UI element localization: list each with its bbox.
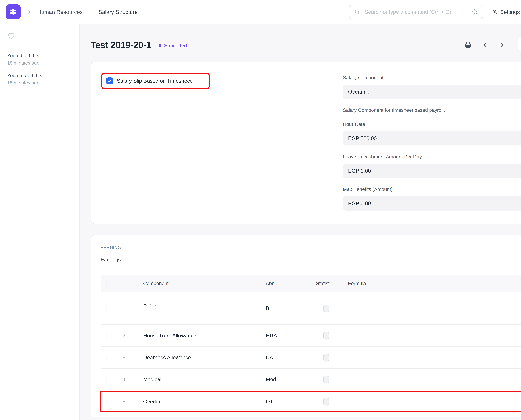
status-badge: Submitted bbox=[159, 43, 187, 48]
favorite-heart-icon[interactable] bbox=[7, 32, 15, 40]
hr-app-icon[interactable] bbox=[6, 4, 21, 20]
settings-label: Settings bbox=[500, 9, 520, 15]
activity-log: You edited this 18 minutes ago You creat… bbox=[7, 53, 79, 85]
page-title: Test 2019-20-1 bbox=[91, 40, 151, 50]
formula-column-header: Formula bbox=[342, 280, 454, 286]
table-row: 2 House Rent Allowance HRA EGP 3,000.00 bbox=[101, 324, 521, 346]
earning-card: EARNING Earnings Component Abbr Statist.… bbox=[91, 235, 521, 417]
timesheet-checkbox[interactable] bbox=[106, 77, 113, 84]
print-button[interactable] bbox=[464, 41, 472, 49]
row-checkbox[interactable] bbox=[107, 354, 107, 361]
activity-time: 18 minutes ago bbox=[7, 60, 79, 66]
search-icon bbox=[354, 9, 360, 15]
abbr-cell: Med bbox=[260, 376, 310, 382]
chevron-left-icon bbox=[482, 42, 488, 48]
settings-menu[interactable]: Settings bbox=[492, 9, 521, 15]
salary-details-card: Salary Slip Based on Timesheet Salary Co… bbox=[91, 62, 521, 224]
max-benefits-value: EGP 0.00 bbox=[348, 200, 371, 206]
checkmark-icon bbox=[107, 79, 112, 83]
row-number: 1 bbox=[117, 305, 138, 311]
abbr-cell: HRA bbox=[260, 332, 310, 339]
nav-actions: Settings Help bbox=[349, 5, 521, 19]
statistical-column-header: Statist... bbox=[310, 280, 342, 286]
row-checkbox[interactable] bbox=[107, 398, 107, 405]
timesheet-checkbox-label[interactable]: Salary Slip Based on Timesheet bbox=[117, 78, 192, 84]
earnings-table-header: Component Abbr Statist... Formula Amount bbox=[101, 275, 521, 292]
statistical-checkbox[interactable] bbox=[323, 354, 329, 361]
component-cell[interactable]: Overtime bbox=[138, 398, 260, 405]
breadcrumb: Human Resources Salary Structure bbox=[27, 9, 138, 15]
main-content: Test 2019-20-1 Submitted Menu bbox=[80, 24, 521, 420]
abbr-column-header: Abbr bbox=[260, 280, 310, 286]
salary-component-value: Overtime bbox=[348, 89, 369, 95]
activity-title: You created this bbox=[7, 73, 79, 78]
page-actions: Menu Cancel bbox=[464, 38, 521, 52]
component-cell[interactable]: Basic bbox=[138, 292, 260, 308]
prev-record-button[interactable] bbox=[482, 42, 488, 48]
hour-rate-label: Hour Rate bbox=[343, 121, 521, 127]
table-row: 3 Dearness Allowance DA EGP 3,000.00 bbox=[101, 346, 521, 368]
search-icon bbox=[471, 8, 478, 15]
select-all-checkbox[interactable] bbox=[107, 280, 107, 286]
leave-encashment-value: EGP 0.00 bbox=[348, 168, 371, 174]
people-icon bbox=[9, 8, 18, 16]
row-checkbox[interactable] bbox=[107, 332, 107, 339]
page-body: You edited this 18 minutes ago You creat… bbox=[0, 24, 521, 420]
activity-time: 18 minutes ago bbox=[7, 80, 79, 86]
amount-column-header: Amount bbox=[454, 280, 521, 286]
global-search[interactable] bbox=[349, 5, 483, 19]
statistical-checkbox[interactable] bbox=[323, 376, 329, 383]
next-record-button[interactable] bbox=[499, 42, 505, 48]
hour-rate-value: EGP 500.00 bbox=[348, 135, 377, 141]
row-checkbox[interactable] bbox=[107, 376, 107, 383]
leave-encashment-label: Leave Encashment Amount Per Day bbox=[343, 154, 521, 159]
status-label: Submitted bbox=[164, 43, 187, 48]
row-number: 3 bbox=[117, 354, 138, 360]
statistical-checkbox[interactable] bbox=[323, 398, 329, 405]
earning-section-label: EARNING bbox=[101, 245, 121, 250]
row-checkbox[interactable] bbox=[107, 305, 107, 312]
row-number: 2 bbox=[117, 333, 138, 338]
form-right-column: Salary Component Overtime Salary Compone… bbox=[343, 62, 521, 210]
hour-rate-field[interactable]: EGP 500.00 bbox=[343, 131, 521, 146]
activity-title: You edited this bbox=[7, 53, 79, 58]
max-benefits-label: Max Benefits (Amount) bbox=[343, 186, 521, 192]
activity-item: You edited this 18 minutes ago bbox=[7, 53, 79, 66]
table-row-highlighted: 5 Overtime OT EGP 0.00 bbox=[101, 390, 521, 413]
max-benefits-field[interactable]: EGP 0.00 bbox=[343, 196, 521, 210]
earnings-table-label: Earnings bbox=[101, 257, 121, 262]
top-nav: Human Resources Salary Structure Setting… bbox=[0, 0, 521, 24]
document-sidebar: You edited this 18 minutes ago You creat… bbox=[0, 24, 80, 420]
statistical-checkbox[interactable] bbox=[323, 332, 329, 339]
abbr-cell: DA bbox=[260, 354, 310, 360]
salary-structure-page: Human Resources Salary Structure Setting… bbox=[0, 0, 521, 420]
earnings-table: Component Abbr Statist... Formula Amount… bbox=[101, 275, 521, 413]
statistical-checkbox[interactable] bbox=[323, 305, 329, 312]
breadcrumb-salary-structure[interactable]: Salary Structure bbox=[98, 9, 138, 15]
menu-button[interactable]: Menu bbox=[518, 38, 521, 52]
activity-item: You created this 18 minutes ago bbox=[7, 73, 79, 86]
salary-component-select[interactable]: Overtime bbox=[343, 85, 521, 99]
salary-component-label: Salary Component bbox=[343, 75, 521, 80]
status-dot-icon bbox=[159, 44, 161, 47]
search-input[interactable] bbox=[364, 8, 468, 15]
chevron-right-icon bbox=[499, 42, 505, 48]
chevron-right-icon bbox=[88, 9, 93, 15]
user-icon bbox=[492, 9, 498, 15]
abbr-cell: OT bbox=[260, 398, 310, 405]
component-cell[interactable]: Medical bbox=[138, 376, 260, 382]
component-cell[interactable]: House Rent Allowance bbox=[138, 332, 260, 339]
table-row: 4 Medical Med EGP 2,000.00 bbox=[101, 368, 521, 390]
row-number: 5 bbox=[117, 399, 138, 405]
component-cell[interactable]: Dearness Allowance bbox=[138, 354, 260, 360]
chevron-right-icon bbox=[27, 9, 32, 15]
printer-icon bbox=[464, 41, 472, 49]
annotation-box-timesheet-checkbox: Salary Slip Based on Timesheet bbox=[101, 73, 210, 89]
abbr-cell: B bbox=[260, 305, 310, 311]
row-number: 4 bbox=[117, 376, 138, 382]
salary-component-description: Salary Component for timesheet based pay… bbox=[343, 107, 521, 113]
table-row: 1 Basic B EGP 10,000.00 bbox=[101, 292, 521, 324]
leave-encashment-field[interactable]: EGP 0.00 bbox=[343, 164, 521, 178]
component-column-header: Component bbox=[138, 280, 260, 286]
breadcrumb-human-resources[interactable]: Human Resources bbox=[37, 9, 83, 15]
